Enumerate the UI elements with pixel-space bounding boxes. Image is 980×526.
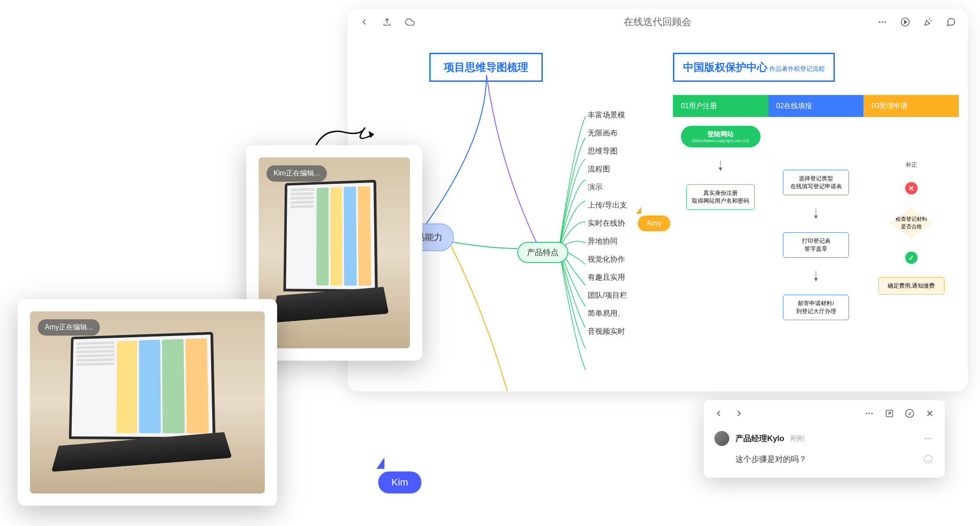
resolve-icon[interactable] [903,407,916,420]
pill-label: 登陆网站 [707,130,734,138]
pill-sublabel: (https://www.ccopyright.com.cn/) [692,139,750,143]
back-icon[interactable] [358,16,370,28]
titlebar: 在线迭代回顾会 [347,9,968,35]
mindmap-leaf[interactable]: 上传/导出支 [588,200,627,210]
mindmap: 项目思维导图梳理 ix产品能力 产品特点 [385,53,649,82]
svg-point-0 [879,21,881,23]
flowchart-text: 补正 [906,161,917,169]
comment-header [704,400,945,427]
svg-marker-6 [719,168,722,171]
svg-point-16 [906,409,914,417]
flowchart-start-pill[interactable]: 登陆网站 (https://www.ccopyright.com.cn/) [681,126,761,147]
mindmap-leaf[interactable]: 演示 [588,182,627,192]
avatar [714,431,729,446]
svg-marker-10 [814,278,818,281]
svg-point-1 [881,21,883,23]
mindmap-sub-node[interactable]: 产品特点 [517,242,568,263]
cursor-label: Amy [638,216,670,231]
more-icon[interactable] [863,407,875,420]
mindmap-leaf[interactable]: 丰富场景模 [588,110,627,120]
flowchart-lane-2: 选择登记类型 在线填写登记申请表 打印登记表 签字盖章 邮寄申请材料/ 到登记大… [768,117,864,337]
export-icon[interactable] [381,16,393,28]
arrow-down-icon [813,208,819,219]
mindmap-leaf[interactable]: 视觉化协作 [588,254,627,264]
mindmap-title[interactable]: 项目思维导图梳理 [429,53,543,82]
flowchart-lane-1: 登陆网站 (https://www.ccopyright.com.cn/) 真实… [673,117,768,337]
comment-more-icon[interactable] [922,432,934,445]
close-icon[interactable] [924,407,936,420]
svg-point-22 [924,455,932,463]
comment-user-row: 产品经理Kylo 刚刚 [714,431,934,446]
comment-body: 产品经理Kylo 刚刚 这个步骤是对的吗？ [704,427,945,478]
mindmap-leaf[interactable]: 异地协同 [588,236,627,246]
preview-card-amy: Amy正在编辑... [18,299,277,506]
mindmap-leaf[interactable]: 音视频实时 [588,326,627,336]
flowchart-body: 登陆网站 (https://www.ccopyright.com.cn/) 真实… [673,117,959,337]
svg-marker-4 [904,20,907,23]
arrow-down-icon [813,271,819,281]
open-icon[interactable] [883,407,896,420]
laptop-image [259,157,410,348]
play-icon[interactable] [899,16,911,28]
svg-point-21 [930,438,932,439]
flowchart-node[interactable]: 选择登记类型 在线填写登记申请表 [783,170,849,195]
comment-timestamp: 刚刚 [790,434,804,443]
more-icon[interactable] [876,16,889,28]
mindmap-leaf[interactable]: 无限画布 [588,128,627,138]
mindmap-leaf[interactable]: 实时在线协 [588,218,627,228]
flowchart-title-box[interactable]: 中国版权保护中心 作品著作权登记流程 [673,53,835,82]
flowchart-columns: 01用户注册 02在线填报 03受理申请 [673,95,959,117]
page-title: 在线迭代回顾会 [624,15,691,29]
laptop-image [30,311,265,493]
app-window: 在线迭代回顾会 项目思维导图梳理 [347,9,968,391]
flowchart-col-header: 01用户注册 [673,95,768,117]
svg-point-20 [927,438,929,439]
mindmap-leaf[interactable]: 思维导图 [588,146,627,156]
comment-user-name: 产品经理Kylo [735,433,784,444]
flowchart-node[interactable]: 邮寄申请材料/ 到登记大厅办理 [783,295,849,320]
mindmap-leaf[interactable]: 团队/项目栏 [588,290,627,300]
svg-point-12 [866,413,867,414]
svg-point-14 [871,413,873,414]
emoji-icon[interactable] [922,453,934,465]
cursor-label: Kim [378,471,421,493]
comment-icon[interactable] [945,16,957,28]
mindmap-leaf[interactable]: 简单易用、 [588,308,627,318]
flowchart: 中国版权保护中心 作品著作权登记流程 01用户注册 02在线填报 03受理申请 … [673,53,959,337]
flowchart-node[interactable]: 打印登记表 签字盖章 [783,232,849,258]
flowchart-node[interactable]: 真实身份注册 取得网站用户名和密码 [686,184,755,210]
flowchart-col-header: 02在线填报 [768,95,864,117]
flowchart-col-header: 03受理申请 [863,95,959,117]
flowchart-subtitle: 作品著作权登记流程 [769,65,825,72]
svg-point-2 [885,21,886,23]
svg-marker-11 [369,131,374,138]
flowchart-lane-3: 补正 ✕ 检查登记材料是否合格 ✓ 确定费用,通知缴费 [863,117,959,337]
cloud-icon[interactable] [404,16,416,28]
flowchart-decision[interactable]: 检查登记材料是否合格 [889,208,933,238]
success-icon: ✓ [905,252,918,264]
flowchart-node[interactable]: 确定费用,通知缴费 [878,277,944,295]
flowchart-title: 中国版权保护中心 [683,61,768,73]
arrow-down-icon [718,161,723,171]
collaborator-cursor-amy: Amy [638,207,670,231]
error-icon: ✕ [905,182,918,194]
mindmap-leaf[interactable]: 流程图 [588,164,627,174]
comment-text: 这个步骤是对的吗？ [735,454,807,464]
next-icon[interactable] [733,407,745,420]
svg-point-19 [925,438,926,439]
mindmap-leaves: 丰富场景模 无限画布 思维导图 流程图 演示 上传/导出支 实时在线协 异地协同… [588,110,627,336]
collaborator-cursor-kim: Kim [378,457,421,493]
prev-icon[interactable] [713,407,725,420]
mindmap-leaf[interactable]: 有趣且实用 [588,272,627,282]
editing-badge: Kim正在编辑... [267,165,327,182]
celebrate-icon[interactable] [922,16,934,28]
editing-badge: Amy正在编辑... [38,319,100,336]
comment-popup: 产品经理Kylo 刚刚 这个步骤是对的吗？ [704,400,945,478]
svg-marker-8 [814,216,818,219]
svg-point-13 [868,413,870,414]
